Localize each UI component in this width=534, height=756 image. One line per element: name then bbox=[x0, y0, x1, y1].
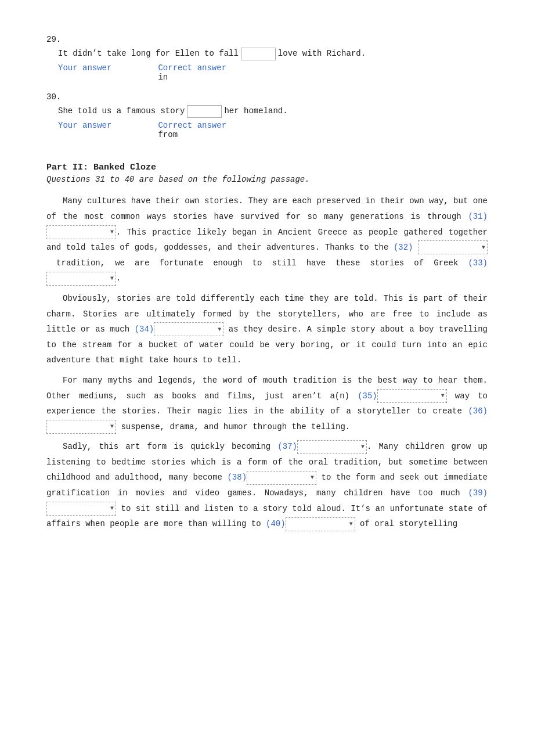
passage-text: Many cultures have their own stories. Th… bbox=[46, 193, 488, 531]
dropdown-31[interactable] bbox=[46, 225, 116, 239]
num-35: (35) bbox=[358, 391, 377, 401]
question-29: 29. It didn’t take long for Ellen to fal… bbox=[46, 35, 488, 82]
passage-p3: For many myths and legends, the word of … bbox=[46, 373, 488, 434]
num-33: (33) bbox=[468, 258, 488, 268]
q29-correct-value: in bbox=[158, 73, 226, 82]
q30-input-box[interactable] bbox=[187, 105, 222, 118]
q29-correct-block: Correct answer in bbox=[158, 63, 226, 82]
q29-text-after: love with Richard. bbox=[278, 46, 366, 61]
num-36: (36) bbox=[468, 406, 488, 416]
q29-your-answer-label: Your answer bbox=[58, 63, 111, 82]
q30-your-answer-label: Your answer bbox=[58, 121, 111, 139]
dropdown-39[interactable] bbox=[46, 502, 116, 516]
num-39: (39) bbox=[468, 488, 488, 498]
q30-text-before: She told us a famous story bbox=[58, 104, 185, 118]
q29-answer-row: Your answer Correct answer in bbox=[58, 63, 488, 82]
q30-correct-value: from bbox=[158, 130, 226, 139]
passage-p1: Many cultures have their own stories. Th… bbox=[46, 193, 488, 286]
num-38: (38) bbox=[227, 473, 247, 482]
num-34: (34) bbox=[135, 325, 154, 334]
num-32: (32) bbox=[394, 243, 413, 252]
q30-number: 30. bbox=[46, 92, 488, 102]
passage-p2: Obviously, stories are told differently … bbox=[46, 291, 488, 368]
dropdown-33[interactable] bbox=[46, 272, 116, 286]
num-31: (31) bbox=[468, 212, 488, 221]
q29-correct-label: Correct answer bbox=[158, 63, 226, 73]
dropdown-38[interactable] bbox=[247, 471, 316, 485]
dropdown-36[interactable] bbox=[46, 420, 116, 434]
part2-title: Part II: Banked Cloze bbox=[46, 163, 488, 172]
num-40: (40) bbox=[266, 519, 286, 528]
dropdown-32[interactable] bbox=[418, 240, 488, 254]
passage-p4: Sadly, this art form is quickly becoming… bbox=[46, 439, 488, 532]
dropdown-37[interactable] bbox=[297, 440, 367, 454]
q30-answer-row: Your answer Correct answer from bbox=[58, 121, 488, 139]
q30-text-after: her homeland. bbox=[224, 104, 287, 118]
q29-number: 29. bbox=[46, 35, 488, 44]
q29-sentence: It didn’t take long for Ellen to fall lo… bbox=[58, 46, 488, 61]
part2-subtitle: Questions 31 to 40 are based on the foll… bbox=[46, 175, 488, 184]
q30-sentence: She told us a famous story her homeland. bbox=[58, 104, 488, 118]
dropdown-35[interactable] bbox=[377, 389, 447, 403]
question-30: 30. She told us a famous story her homel… bbox=[46, 92, 488, 139]
dropdown-34[interactable] bbox=[154, 322, 223, 336]
q29-text-before: It didn’t take long for Ellen to fall bbox=[58, 46, 239, 61]
q30-correct-block: Correct answer from bbox=[158, 121, 226, 139]
num-37: (37) bbox=[277, 442, 297, 451]
q30-correct-label: Correct answer bbox=[158, 121, 226, 130]
dropdown-40[interactable] bbox=[286, 517, 355, 531]
q29-input-box[interactable] bbox=[241, 48, 276, 60]
part2-section: Part II: Banked Cloze Questions 31 to 40… bbox=[46, 163, 488, 531]
